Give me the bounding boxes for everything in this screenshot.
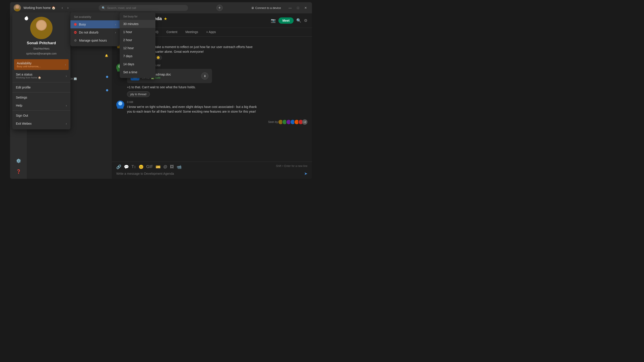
help-label: Help xyxy=(16,104,22,107)
msg3-header: 0 AM xyxy=(127,100,308,104)
gif-icon[interactable]: GIF xyxy=(146,164,153,169)
minimize-button[interactable]: — xyxy=(287,5,293,10)
dnd-dot xyxy=(74,31,77,34)
sticker-icon[interactable]: 🎫 xyxy=(156,164,160,169)
cm-unread-dot xyxy=(106,89,108,91)
busy-set-time[interactable]: Set a time xyxy=(120,68,156,76)
avail-dnd[interactable]: Do not disturb › xyxy=(70,28,120,36)
busy-dot xyxy=(74,23,77,26)
msg3-avatar xyxy=(116,100,124,109)
maximize-button[interactable]: □ xyxy=(296,5,300,10)
close-button[interactable]: ✕ xyxy=(303,5,308,10)
busy-7days[interactable]: 7 days xyxy=(120,52,156,60)
search-input[interactable] xyxy=(107,6,185,9)
msg3-time: 0 AM xyxy=(127,100,133,104)
busy-dropdown-title: Set busy for xyxy=(120,14,156,20)
sidebar-settings-icon[interactable]: ⚙️ xyxy=(14,156,23,165)
busy-12hr[interactable]: 12 hour xyxy=(120,44,156,52)
search-bar[interactable]: 🔍 xyxy=(98,5,188,11)
seen-more: +2 xyxy=(302,119,308,125)
exit-label: Exit Webex xyxy=(16,122,32,125)
nav-buttons: ‹ › xyxy=(60,5,70,11)
chat-input-row: ➤ xyxy=(116,171,308,176)
window-controls: — □ ✕ xyxy=(287,5,308,10)
busy-dropdown: Set busy for 30 minutes 1 hour 2 hour 12… xyxy=(120,12,156,78)
mention-icon[interactable]: @ xyxy=(163,164,167,169)
format-icon[interactable]: T↕ xyxy=(132,164,136,169)
connect-icon: 🖥 xyxy=(251,6,254,9)
avail-busy-left: Busy xyxy=(74,22,86,26)
profile-name: Sonali Pritchard xyxy=(27,41,56,45)
thread-icon[interactable]: 💬 xyxy=(124,164,129,169)
chat-input[interactable] xyxy=(116,172,304,175)
avail-quiet-left: ⚙ Manage quiet hours xyxy=(74,39,107,42)
busy-1hr[interactable]: 1 hour xyxy=(120,28,156,36)
tab-content[interactable]: Content xyxy=(163,28,181,36)
seen-by-label: Seen by xyxy=(268,120,278,124)
profile-signout[interactable]: Sign Out xyxy=(12,111,70,120)
clarissa-msg-text: +1 to that. Can't wait to see what the f… xyxy=(127,85,308,90)
profile-divider-1 xyxy=(12,82,70,82)
busy-14days[interactable]: 14 days xyxy=(120,60,156,68)
avail-submenu: Set availability Busy › Do not disturb ›… xyxy=(70,12,120,46)
busy-2hr[interactable]: 2 hour xyxy=(120,36,156,44)
send-button[interactable]: ➤ xyxy=(304,171,308,176)
busy-label: Busy xyxy=(79,22,86,26)
sidebar-bottom: ⚙️ ❓ xyxy=(14,156,23,176)
reaction-smile[interactable]: 😊 xyxy=(154,55,162,60)
gear-icon: ⚙ xyxy=(74,39,77,42)
profile-header: Sonali Pritchard She/Her/Hers spritchard… xyxy=(12,12,70,59)
title-avatar[interactable] xyxy=(14,4,21,11)
tab-meetings[interactable]: Meetings xyxy=(182,28,202,36)
title-name: Working from home 🏠 xyxy=(24,6,56,9)
reply-thread-button[interactable]: ply to thread xyxy=(127,91,150,97)
search-chat-icon[interactable]: 🔍 xyxy=(296,18,301,23)
avail-busy[interactable]: Busy › xyxy=(70,20,120,28)
profile-avatar[interactable] xyxy=(30,17,52,39)
avail-title: Set availability xyxy=(70,14,120,20)
nav-back[interactable]: ‹ xyxy=(60,5,64,11)
star-icon[interactable]: ★ xyxy=(164,16,167,21)
seen-avatars: +2 xyxy=(279,119,308,125)
dnd-chevron: › xyxy=(115,31,116,34)
profile-availability[interactable]: Availability Busy until tomorrow,... › xyxy=(14,59,69,70)
input-toolbar: 🔗 💬 T↕ 😊 GIF 🎫 @ 🖼 📹 Shift + Enter for a… xyxy=(116,164,308,169)
profile-divider-2 xyxy=(12,92,70,92)
svg-point-1 xyxy=(14,9,20,11)
input-hint: Shift + Enter for a new line xyxy=(276,164,308,169)
umar-unread-dot xyxy=(106,76,108,78)
video-icon[interactable]: 📹 xyxy=(177,164,182,169)
msg3-text: I know we're on tight schedules, and eve… xyxy=(127,105,308,114)
status-chevron: › xyxy=(66,74,67,78)
add-button[interactable]: + xyxy=(216,5,223,11)
avail-quiet[interactable]: ⚙ Manage quiet hours xyxy=(70,36,120,44)
busy-chevron: › xyxy=(115,22,116,26)
avail-dnd-left: Do not disturb xyxy=(74,31,98,34)
profile-exit[interactable]: Exit Webex › xyxy=(12,120,70,128)
profile-set-status[interactable]: Set a status Working from home 🏠 › xyxy=(12,70,70,81)
svg-point-0 xyxy=(16,5,19,9)
camera-icon[interactable]: 📷 xyxy=(271,18,276,23)
connect-device: 🖥 Connect to a device xyxy=(251,6,281,9)
nav-forward[interactable]: › xyxy=(66,5,70,11)
image-icon[interactable]: 🖼 xyxy=(170,164,174,169)
sidebar-help-icon[interactable]: ❓ xyxy=(14,167,23,176)
profile-settings[interactable]: Settings xyxy=(12,93,70,101)
search-icon: 🔍 xyxy=(102,6,105,9)
message-3: 0 AM I know we're on tight schedules, an… xyxy=(116,100,308,114)
profile-help[interactable]: Help › xyxy=(12,101,70,109)
profile-edit[interactable]: Edit profile xyxy=(12,83,70,91)
profile-email: spritchard@example.com xyxy=(26,52,56,55)
avail-chevron: › xyxy=(65,63,66,66)
chat-input-area: 🔗 💬 T↕ 😊 GIF 🎫 @ 🖼 📹 Shift + Enter for a… xyxy=(112,162,312,179)
svg-point-7 xyxy=(117,106,124,109)
tab-apps[interactable]: + Apps xyxy=(202,28,219,36)
attach-icon[interactable]: 🔗 xyxy=(116,164,121,169)
busy-30min[interactable]: 30 minutes xyxy=(120,20,156,28)
profile-divider-3 xyxy=(12,110,70,111)
gear-chat-icon[interactable]: ⚙ xyxy=(304,18,308,23)
meet-button[interactable]: Meet xyxy=(278,17,294,24)
download-button[interactable]: ⬇ xyxy=(201,72,208,79)
signout-label: Sign Out xyxy=(16,114,28,117)
emoji-icon[interactable]: 😊 xyxy=(139,164,144,169)
